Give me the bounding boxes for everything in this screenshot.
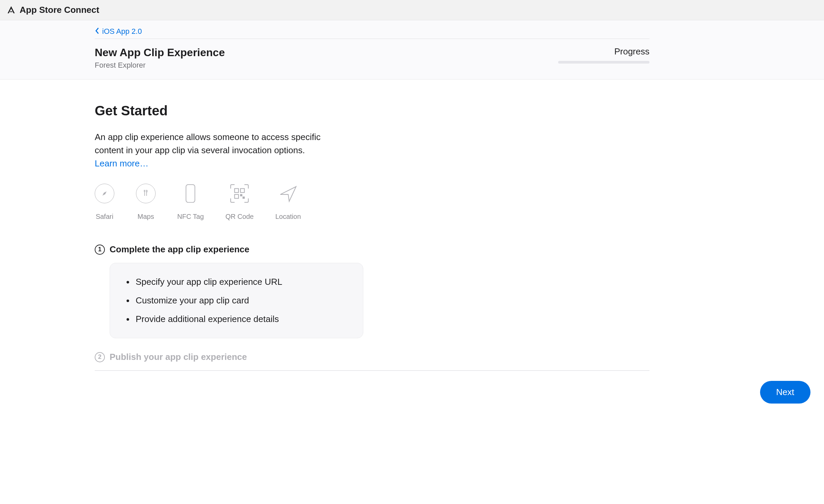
phone-icon [181,184,200,203]
learn-more-link[interactable]: Learn more… [95,158,148,169]
progress-label: Progress [558,46,649,57]
chevron-left-icon [95,27,100,36]
step-2-header: 2 Publish your app clip experience [95,352,649,362]
step-1-bullet: Customize your app clip card [126,291,347,310]
invocation-options: Safari Maps NFC Tag [95,184,649,221]
progress-bar [558,61,649,64]
svg-rect-5 [241,194,242,196]
app-store-connect-logo-icon [6,5,16,15]
invocation-maps: Maps [136,184,156,221]
step-1-bullet: Specify your app clip experience URL [126,273,347,291]
intro-description: An app clip experience allows someone to… [95,131,342,157]
step-1-details: Specify your app clip experience URL Cus… [110,263,363,338]
invocation-label: NFC Tag [177,213,204,221]
svg-rect-1 [186,185,195,203]
compass-icon [95,184,114,203]
next-button[interactable]: Next [760,381,810,404]
breadcrumb-back-link[interactable]: iOS App 2.0 [102,27,142,36]
invocation-label: QR Code [226,213,254,221]
invocation-label: Safari [95,213,114,221]
invocation-location: Location [275,184,301,221]
svg-rect-3 [241,189,245,193]
step-1-bullet: Provide additional experience details [126,310,347,328]
location-arrow-icon [278,184,298,203]
section-heading: Get Started [95,103,649,118]
fork-knife-icon [136,184,156,203]
qrcode-icon [230,184,249,203]
invocation-safari: Safari [95,184,114,221]
step-number-icon: 1 [95,245,105,255]
step-1-title: Complete the app clip experience [110,244,249,255]
step-1-header: 1 Complete the app clip experience [95,244,649,255]
svg-rect-6 [243,197,244,198]
page-subtitle: Forest Explorer [95,61,225,70]
invocation-label: Location [275,213,301,221]
svg-rect-2 [235,189,239,193]
invocation-nfc: NFC Tag [177,184,204,221]
page-title: New App Clip Experience [95,46,225,59]
svg-marker-0 [103,192,106,195]
breadcrumb: iOS App 2.0 [95,20,649,39]
step-2-title: Publish your app clip experience [110,352,247,362]
invocation-label: Maps [136,213,156,221]
top-bar: App Store Connect [0,0,824,20]
step-number-icon: 2 [95,352,105,362]
svg-rect-4 [235,194,239,199]
invocation-qr: QR Code [226,184,254,221]
top-bar-title: App Store Connect [20,5,99,15]
